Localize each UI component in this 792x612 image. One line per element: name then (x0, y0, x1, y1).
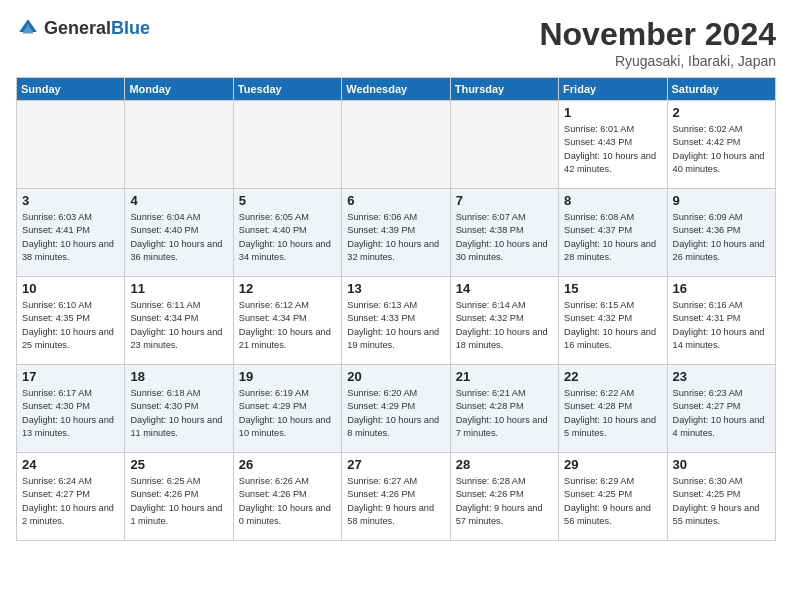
day-header-monday: Monday (125, 78, 233, 101)
day-header-saturday: Saturday (667, 78, 775, 101)
day-number: 30 (673, 457, 770, 472)
day-number: 16 (673, 281, 770, 296)
calendar-cell: 20Sunrise: 6:20 AMSunset: 4:29 PMDayligh… (342, 365, 450, 453)
calendar-header-row: SundayMondayTuesdayWednesdayThursdayFrid… (17, 78, 776, 101)
day-info: Sunrise: 6:22 AMSunset: 4:28 PMDaylight:… (564, 387, 661, 440)
calendar-cell: 3Sunrise: 6:03 AMSunset: 4:41 PMDaylight… (17, 189, 125, 277)
day-info: Sunrise: 6:07 AMSunset: 4:38 PMDaylight:… (456, 211, 553, 264)
day-number: 23 (673, 369, 770, 384)
day-info: Sunrise: 6:05 AMSunset: 4:40 PMDaylight:… (239, 211, 336, 264)
day-number: 21 (456, 369, 553, 384)
calendar-cell (450, 101, 558, 189)
day-header-friday: Friday (559, 78, 667, 101)
day-info: Sunrise: 6:26 AMSunset: 4:26 PMDaylight:… (239, 475, 336, 528)
day-number: 2 (673, 105, 770, 120)
calendar-table: SundayMondayTuesdayWednesdayThursdayFrid… (16, 77, 776, 541)
day-info: Sunrise: 6:08 AMSunset: 4:37 PMDaylight:… (564, 211, 661, 264)
calendar-cell: 1Sunrise: 6:01 AMSunset: 4:43 PMDaylight… (559, 101, 667, 189)
day-header-tuesday: Tuesday (233, 78, 341, 101)
day-info: Sunrise: 6:28 AMSunset: 4:26 PMDaylight:… (456, 475, 553, 528)
calendar-cell (233, 101, 341, 189)
day-number: 28 (456, 457, 553, 472)
calendar-cell: 27Sunrise: 6:27 AMSunset: 4:26 PMDayligh… (342, 453, 450, 541)
day-number: 26 (239, 457, 336, 472)
day-number: 18 (130, 369, 227, 384)
calendar-cell: 30Sunrise: 6:30 AMSunset: 4:25 PMDayligh… (667, 453, 775, 541)
calendar-cell: 8Sunrise: 6:08 AMSunset: 4:37 PMDaylight… (559, 189, 667, 277)
day-header-sunday: Sunday (17, 78, 125, 101)
day-number: 22 (564, 369, 661, 384)
day-number: 11 (130, 281, 227, 296)
calendar-cell: 21Sunrise: 6:21 AMSunset: 4:28 PMDayligh… (450, 365, 558, 453)
day-number: 29 (564, 457, 661, 472)
calendar-week-3: 17Sunrise: 6:17 AMSunset: 4:30 PMDayligh… (17, 365, 776, 453)
calendar-cell: 17Sunrise: 6:17 AMSunset: 4:30 PMDayligh… (17, 365, 125, 453)
day-number: 27 (347, 457, 444, 472)
calendar-cell: 28Sunrise: 6:28 AMSunset: 4:26 PMDayligh… (450, 453, 558, 541)
header: GeneralBlue November 2024 Ryugasaki, Iba… (16, 16, 776, 69)
day-number: 17 (22, 369, 119, 384)
day-info: Sunrise: 6:06 AMSunset: 4:39 PMDaylight:… (347, 211, 444, 264)
calendar-cell: 6Sunrise: 6:06 AMSunset: 4:39 PMDaylight… (342, 189, 450, 277)
day-number: 1 (564, 105, 661, 120)
day-info: Sunrise: 6:13 AMSunset: 4:33 PMDaylight:… (347, 299, 444, 352)
day-info: Sunrise: 6:15 AMSunset: 4:32 PMDaylight:… (564, 299, 661, 352)
day-number: 8 (564, 193, 661, 208)
month-title: November 2024 (539, 16, 776, 53)
calendar-week-4: 24Sunrise: 6:24 AMSunset: 4:27 PMDayligh… (17, 453, 776, 541)
day-info: Sunrise: 6:21 AMSunset: 4:28 PMDaylight:… (456, 387, 553, 440)
day-info: Sunrise: 6:17 AMSunset: 4:30 PMDaylight:… (22, 387, 119, 440)
title-area: November 2024 Ryugasaki, Ibaraki, Japan (539, 16, 776, 69)
calendar-cell: 2Sunrise: 6:02 AMSunset: 4:42 PMDaylight… (667, 101, 775, 189)
day-info: Sunrise: 6:04 AMSunset: 4:40 PMDaylight:… (130, 211, 227, 264)
calendar-cell: 22Sunrise: 6:22 AMSunset: 4:28 PMDayligh… (559, 365, 667, 453)
calendar-cell: 29Sunrise: 6:29 AMSunset: 4:25 PMDayligh… (559, 453, 667, 541)
calendar-cell: 23Sunrise: 6:23 AMSunset: 4:27 PMDayligh… (667, 365, 775, 453)
day-info: Sunrise: 6:01 AMSunset: 4:43 PMDaylight:… (564, 123, 661, 176)
calendar-cell: 14Sunrise: 6:14 AMSunset: 4:32 PMDayligh… (450, 277, 558, 365)
logo: GeneralBlue (16, 16, 150, 40)
day-number: 10 (22, 281, 119, 296)
day-number: 4 (130, 193, 227, 208)
day-info: Sunrise: 6:29 AMSunset: 4:25 PMDaylight:… (564, 475, 661, 528)
day-info: Sunrise: 6:19 AMSunset: 4:29 PMDaylight:… (239, 387, 336, 440)
calendar-week-2: 10Sunrise: 6:10 AMSunset: 4:35 PMDayligh… (17, 277, 776, 365)
day-header-wednesday: Wednesday (342, 78, 450, 101)
day-info: Sunrise: 6:20 AMSunset: 4:29 PMDaylight:… (347, 387, 444, 440)
calendar-cell: 25Sunrise: 6:25 AMSunset: 4:26 PMDayligh… (125, 453, 233, 541)
calendar-week-1: 3Sunrise: 6:03 AMSunset: 4:41 PMDaylight… (17, 189, 776, 277)
calendar-cell: 16Sunrise: 6:16 AMSunset: 4:31 PMDayligh… (667, 277, 775, 365)
calendar-cell (17, 101, 125, 189)
day-info: Sunrise: 6:23 AMSunset: 4:27 PMDaylight:… (673, 387, 770, 440)
calendar-cell: 4Sunrise: 6:04 AMSunset: 4:40 PMDaylight… (125, 189, 233, 277)
day-number: 6 (347, 193, 444, 208)
day-number: 9 (673, 193, 770, 208)
calendar-body: 1Sunrise: 6:01 AMSunset: 4:43 PMDaylight… (17, 101, 776, 541)
logo-blue-text: Blue (111, 18, 150, 38)
calendar-cell: 9Sunrise: 6:09 AMSunset: 4:36 PMDaylight… (667, 189, 775, 277)
day-number: 13 (347, 281, 444, 296)
day-info: Sunrise: 6:14 AMSunset: 4:32 PMDaylight:… (456, 299, 553, 352)
day-info: Sunrise: 6:27 AMSunset: 4:26 PMDaylight:… (347, 475, 444, 528)
day-info: Sunrise: 6:25 AMSunset: 4:26 PMDaylight:… (130, 475, 227, 528)
day-number: 14 (456, 281, 553, 296)
day-info: Sunrise: 6:24 AMSunset: 4:27 PMDaylight:… (22, 475, 119, 528)
day-number: 15 (564, 281, 661, 296)
day-info: Sunrise: 6:02 AMSunset: 4:42 PMDaylight:… (673, 123, 770, 176)
day-number: 12 (239, 281, 336, 296)
day-info: Sunrise: 6:12 AMSunset: 4:34 PMDaylight:… (239, 299, 336, 352)
day-info: Sunrise: 6:09 AMSunset: 4:36 PMDaylight:… (673, 211, 770, 264)
calendar-cell: 26Sunrise: 6:26 AMSunset: 4:26 PMDayligh… (233, 453, 341, 541)
calendar-cell: 7Sunrise: 6:07 AMSunset: 4:38 PMDaylight… (450, 189, 558, 277)
calendar-cell: 24Sunrise: 6:24 AMSunset: 4:27 PMDayligh… (17, 453, 125, 541)
logo-general-text: General (44, 18, 111, 38)
calendar-week-0: 1Sunrise: 6:01 AMSunset: 4:43 PMDaylight… (17, 101, 776, 189)
calendar-cell: 18Sunrise: 6:18 AMSunset: 4:30 PMDayligh… (125, 365, 233, 453)
day-info: Sunrise: 6:16 AMSunset: 4:31 PMDaylight:… (673, 299, 770, 352)
calendar-cell: 13Sunrise: 6:13 AMSunset: 4:33 PMDayligh… (342, 277, 450, 365)
location-title: Ryugasaki, Ibaraki, Japan (539, 53, 776, 69)
day-info: Sunrise: 6:11 AMSunset: 4:34 PMDaylight:… (130, 299, 227, 352)
calendar-cell (125, 101, 233, 189)
day-number: 25 (130, 457, 227, 472)
day-number: 3 (22, 193, 119, 208)
